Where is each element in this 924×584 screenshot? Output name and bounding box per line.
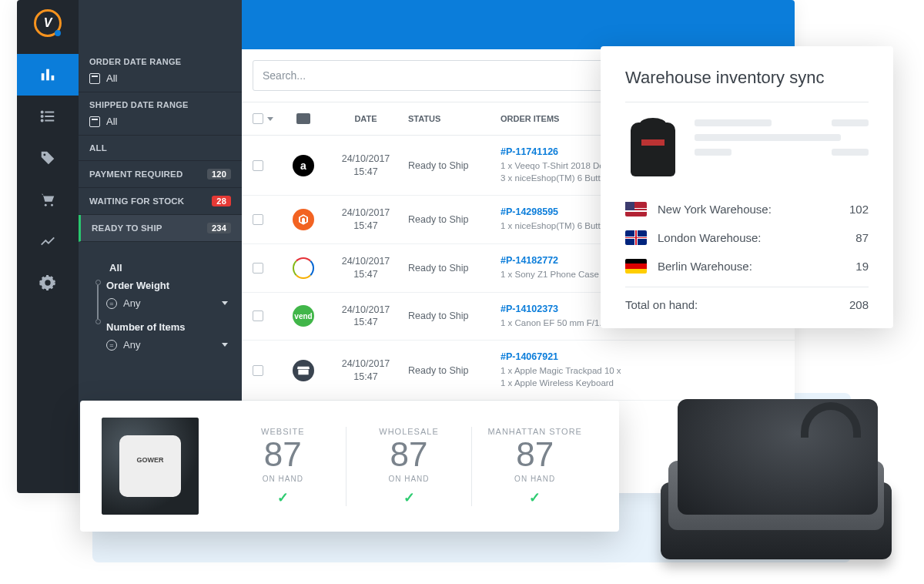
- subfilter-value: Any: [123, 339, 140, 351]
- channel-block: MANHATTAN STORE87ON HAND✓: [472, 427, 598, 506]
- order-time: 15:47: [323, 316, 408, 329]
- filter-label: ORDER DATE RANGE: [89, 57, 231, 66]
- warehouse-row: New York Warehouse:102: [625, 195, 869, 223]
- order-date: 24/10/2017: [323, 255, 408, 268]
- product-image: [102, 418, 199, 515]
- select-all-checkbox[interactable]: [253, 113, 263, 124]
- product-thumbnail: [625, 116, 681, 183]
- row-checkbox[interactable]: [253, 263, 263, 274]
- status-filter-payment-required[interactable]: PAYMENT REQUIRED120: [79, 161, 242, 188]
- filter-order-date[interactable]: ORDER DATE RANGE All: [79, 49, 242, 92]
- subfilter-weight[interactable]: =Any: [106, 297, 228, 309]
- chevron-down-icon: [222, 343, 228, 347]
- subfilter-weight-label: Order Weight: [106, 280, 228, 291]
- svg-point-10: [45, 204, 47, 206]
- nav-dashboard[interactable]: [17, 54, 79, 96]
- order-date: 24/10/2017: [323, 206, 408, 220]
- flag-uk-icon: [625, 230, 647, 245]
- chevron-down-icon[interactable]: [267, 117, 273, 121]
- filter-chain-icon: [92, 280, 103, 324]
- warehouse-qty: 19: [838, 260, 869, 273]
- row-checkbox[interactable]: [253, 160, 263, 171]
- filter-label: SHIPPED DATE RANGE: [89, 100, 231, 109]
- nav-cart[interactable]: [17, 179, 79, 220]
- tag-icon: [39, 149, 56, 166]
- channel-qty: 87: [360, 438, 458, 472]
- filter-value: All: [106, 116, 117, 127]
- status-label: ALL: [89, 143, 107, 153]
- total-label: Total on hand:: [625, 298, 698, 311]
- folded-shirts-image: [645, 379, 907, 579]
- channel-qty: 87: [234, 438, 332, 472]
- warehouse-name: Berlin Warehouse:: [658, 260, 827, 273]
- warehouse-qty: 102: [838, 203, 869, 216]
- channel-sublabel: ON HAND: [486, 475, 584, 483]
- channel-block: WEBSITE87ON HAND✓: [220, 427, 346, 506]
- filter-value: All: [106, 72, 117, 84]
- gear-icon: [39, 274, 56, 291]
- channel-label: MANHATTAN STORE: [486, 427, 584, 436]
- trend-icon: [39, 233, 56, 250]
- status-label: WAITING FOR STOCK: [89, 196, 184, 206]
- check-icon: ✓: [234, 489, 332, 506]
- status-label: PAYMENT REQUIRED: [89, 169, 182, 179]
- channel-label: WHOLESALE: [360, 427, 458, 436]
- placeholder-lines: [695, 116, 869, 156]
- status-filter-all[interactable]: ALL: [79, 136, 242, 161]
- status-filter-ready-to-ship[interactable]: READY TO SHIP234: [79, 215, 242, 242]
- subfilter-items-label: Number of Items: [106, 321, 228, 333]
- order-status: Ready to Ship: [408, 365, 500, 376]
- vend-icon: vend: [293, 305, 314, 327]
- order-time: 15:47: [323, 268, 408, 281]
- row-checkbox[interactable]: [253, 310, 263, 321]
- svg-point-5: [42, 116, 43, 117]
- status-filter-waiting-for-stock[interactable]: WAITING FOR STOCK28: [79, 188, 242, 215]
- column-date[interactable]: DATE: [323, 114, 408, 123]
- bar-chart-icon: [39, 66, 56, 83]
- svg-rect-2: [52, 76, 55, 80]
- subfilter-all[interactable]: All: [109, 262, 228, 274]
- svg-point-7: [42, 119, 43, 121]
- order-time: 15:47: [323, 166, 408, 179]
- flag-us-icon: [625, 202, 647, 216]
- order-id[interactable]: #P-14067921: [500, 351, 784, 362]
- subfilter-value: Any: [123, 297, 140, 309]
- filter-shipped-date[interactable]: SHIPPED DATE RANGE All: [79, 92, 242, 136]
- store-column-icon: [296, 113, 310, 124]
- nav-settings[interactable]: [17, 262, 79, 304]
- status-badge: 28: [212, 196, 231, 206]
- row-checkbox[interactable]: [253, 214, 263, 225]
- subfilter-items[interactable]: =Any: [106, 339, 228, 351]
- order-date: 24/10/2017: [323, 153, 408, 166]
- warehouse-row: London Warehouse:87: [625, 223, 869, 252]
- nav-analytics[interactable]: [17, 220, 79, 262]
- warehouse-row: Berlin Warehouse:19: [625, 252, 869, 280]
- order-status: Ready to Ship: [408, 214, 500, 225]
- flag-de-icon: [625, 259, 647, 274]
- nav-list[interactable]: [17, 96, 79, 137]
- divider: [625, 102, 869, 102]
- order-date: 24/10/2017: [323, 304, 408, 317]
- order-time: 15:47: [323, 220, 408, 233]
- status-badge: 234: [207, 223, 231, 233]
- order-status: Ready to Ship: [408, 310, 500, 321]
- channels-card: WEBSITE87ON HAND✓WHOLESALE87ON HAND✓MANH…: [80, 401, 619, 532]
- ebay-icon: [293, 257, 314, 279]
- svg-rect-1: [46, 69, 49, 81]
- svg-point-11: [51, 204, 53, 206]
- equals-icon: =: [106, 340, 117, 351]
- status-label: READY TO SHIP: [92, 223, 162, 233]
- column-status[interactable]: STATUS: [408, 114, 500, 123]
- check-icon: ✓: [486, 489, 584, 506]
- icon-rail: V: [17, 0, 79, 493]
- calendar-icon: [89, 73, 100, 84]
- warehouse-inventory-card: Warehouse inventory sync New York Wareho…: [601, 46, 893, 328]
- warehouse-name: London Warehouse:: [658, 231, 827, 244]
- nav-tags[interactable]: [17, 137, 79, 179]
- total-value: 208: [849, 298, 869, 311]
- order-date: 24/10/2017: [323, 357, 408, 371]
- amazon-icon: a: [293, 155, 314, 176]
- warehouse-qty: 87: [838, 231, 869, 244]
- store-icon: [293, 360, 314, 381]
- row-checkbox[interactable]: [253, 365, 263, 376]
